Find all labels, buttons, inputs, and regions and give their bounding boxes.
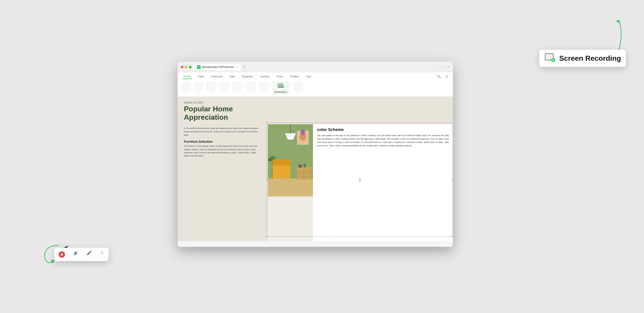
toolbar-separator-2 [82,251,82,258]
ribbon-group-6: — [246,82,256,93]
ribbon-icon-1[interactable] [182,82,191,91]
doc-intro-text: In the world of home decor, there are al… [184,126,262,137]
ribbon-separator-1 [218,83,218,93]
no-mic-button[interactable]: 🎙 ▾ [100,251,104,258]
no-mic-arrow: ▾ [102,256,102,258]
ribbon-group-8: — [293,82,304,93]
nav-view[interactable]: View [196,74,205,79]
svg-rect-21 [298,164,300,168]
settings-icon[interactable]: ⚙ [446,75,448,78]
ribbon-label-5: — [236,91,238,93]
ribbon-label-6: — [250,91,252,93]
nav-organize[interactable]: Organize [240,74,254,79]
nav-protect[interactable]: Protect [289,74,300,79]
mic-arrow: ▾ [89,256,90,258]
ribbon-icon-8[interactable] [294,82,302,91]
active-tab[interactable]: P Wondershare PDFelement ✕ [194,64,241,70]
svg-rect-10 [268,178,313,196]
app-toolbar: Home View Comment Edit Organize Convert … [178,72,453,97]
recording-toolbar: 🔊 ▾ 🎤 ▾ 🎙 ▾ [54,248,108,261]
color-scheme-text: The color palette of this style is very … [317,134,449,148]
search-icon[interactable]: 🔍 [437,75,441,78]
doc-body: In the world of home decor, there are al… [178,124,453,241]
ribbon-group-5: — [232,82,242,93]
document-page: October 25, 2024 Popular Home Appreciati… [178,97,453,241]
room-image [268,124,313,241]
ribbon-label-7: — [263,91,265,93]
nav-tool[interactable]: Tool [305,74,312,79]
nav-convert[interactable]: Convert [258,74,271,79]
close-button[interactable] [181,66,184,68]
furniture-heading: Furniture Selection [184,140,262,143]
screenshot-button[interactable]: + Screenshot ▾ [272,81,289,94]
screen-recording-label: Screen Recording [559,54,621,63]
svg-marker-33 [51,260,54,263]
record-inner [61,253,63,256]
screen-recording-tooltip[interactable]: Screen Recording [539,50,626,67]
ribbon-group-3: — [206,82,216,93]
svg-marker-32 [616,20,620,23]
ribbon-icon-6[interactable] [247,82,256,91]
maximize-button[interactable] [189,66,192,68]
svg-rect-15 [272,159,290,166]
ribbon-icon-7[interactable] [259,82,268,91]
maximize-icon[interactable]: □ [444,65,445,69]
screen-recording-icon-wrap [544,53,556,64]
ribbon-separator-4 [291,83,291,93]
ribbon-label-2: — [198,91,200,93]
ribbon-separator-3 [270,83,271,93]
browser-window: P Wondershare PDFelement ✕ + ― □ ✕ Home … [178,62,453,247]
ribbon-icon-5[interactable] [233,82,242,91]
ribbon-label-8: — [297,91,299,93]
svg-rect-1 [279,85,280,86]
screenshot-dropdown-arrow: ▾ [286,91,288,93]
nav-form[interactable]: Form [275,74,284,79]
screen-recording-svg-icon [545,53,556,63]
ribbon-icon-4[interactable] [221,82,229,91]
nav-home[interactable]: Home [182,74,192,79]
toolbar-separator-1 [69,251,69,258]
nav-comment[interactable]: Comment [210,74,224,79]
speaker-arrow: ▾ [75,256,76,258]
screenshot-label: Screenshot [274,91,286,93]
screenshot-icon: + [277,82,285,90]
close-icon[interactable]: ✕ [447,65,450,69]
nav-edit[interactable]: Edit [228,74,236,79]
doc-right-column: color Scheme The color palette of this s… [313,124,453,241]
toolbar-separator-3 [96,251,96,258]
ribbon-separator-2 [244,83,244,93]
record-dot [59,251,65,258]
ribbon-toolbar: — — — — [178,80,453,96]
doc-header: October 25, 2024 Popular Home Appreciati… [178,97,453,124]
ribbon-label-1: — [186,91,188,93]
tab-bar: P Wondershare PDFelement ✕ + [194,64,436,70]
furniture-section: Furniture Selection The furniture in thi… [184,140,262,158]
browser-titlebar: P Wondershare PDFelement ✕ + ― □ ✕ [178,62,453,72]
svg-point-31 [552,59,554,61]
svg-rect-4 [281,86,282,87]
new-tab-button[interactable]: + [242,65,247,70]
toolbar-actions: ― □ ✕ [438,65,450,69]
browser-chrome: P Wondershare PDFelement ✕ + ― □ ✕ [178,62,453,72]
ribbon-icon-3[interactable] [206,82,215,91]
no-mic-icon: 🎙 [100,251,104,255]
microphone-icon: 🎤 [87,250,92,255]
minimize-icon[interactable]: ― [438,65,442,69]
svg-rect-28 [546,55,552,59]
speaker-button[interactable]: 🔊 ▾ [73,250,78,258]
ribbon-group-7: — [258,82,269,93]
screenshot-label-wrap: Screenshot ▾ [274,91,288,93]
browser-window-controls [181,66,192,68]
minimize-button[interactable] [185,66,188,68]
record-button[interactable] [59,251,65,258]
microphone-button[interactable]: 🎤 ▾ [87,250,92,258]
ribbon-group-2: — [194,82,204,93]
app-navigation: Home View Comment Edit Organize Convert … [178,73,453,80]
svg-point-19 [303,173,305,175]
ribbon-group-1: — [181,82,192,93]
doc-title: Popular Home Appreciation [184,105,270,122]
svg-rect-22 [300,165,302,168]
color-scheme-title: color Scheme [317,127,449,132]
tab-close-button[interactable]: ✕ [235,66,237,68]
ribbon-icon-2[interactable] [194,82,203,91]
